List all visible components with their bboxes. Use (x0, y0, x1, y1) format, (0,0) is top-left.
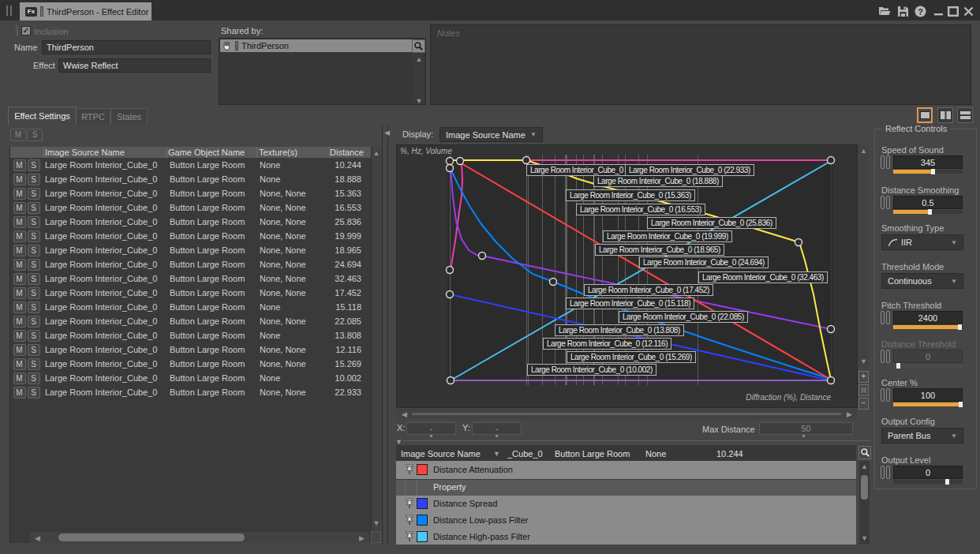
tab-states[interactable]: States (110, 108, 148, 125)
solo-button[interactable]: S (28, 216, 40, 228)
inclusion-checkbox[interactable]: ✓ (21, 26, 31, 36)
curve-point-label[interactable]: Large Room Interior_Cube_0 (15.269) (567, 351, 696, 363)
distance-threshold-slider[interactable] (893, 364, 963, 368)
document-tab[interactable]: Fx ThirdPerson - Effect Editor (20, 2, 151, 21)
name-field[interactable]: ThirdPerson (42, 40, 211, 54)
scroll-down-icon[interactable]: ▼ (858, 358, 869, 365)
solo-button[interactable]: S (28, 287, 40, 299)
solo-button[interactable]: S (28, 372, 40, 384)
mute-button[interactable]: M (13, 230, 26, 242)
table-row[interactable]: MSLarge Room Interior_Cube_0Button Large… (10, 300, 371, 314)
layout-single-button[interactable] (917, 107, 933, 123)
table-row[interactable]: MSLarge Room Interior_Cube_0Button Large… (10, 158, 371, 172)
property-row[interactable]: Distance High-pass Filter (396, 529, 856, 545)
table-row[interactable]: MSLarge Room Interior_Cube_0Button Large… (10, 200, 371, 215)
curve-point-label[interactable]: Large Room Interior_Cube_0 (526, 164, 627, 176)
table-row[interactable]: MSLarge Room Interior_Cube_0Button Large… (10, 271, 371, 286)
table-row[interactable]: MSLarge Room Interior_Cube_0Button Large… (10, 172, 371, 186)
mute-button[interactable]: M (13, 387, 26, 399)
open-folder-icon[interactable] (877, 5, 892, 17)
table-row[interactable]: MSLarge Room Interior_Cube_0Button Large… (10, 286, 371, 300)
center-pct-rtpc-icon[interactable] (881, 388, 892, 402)
mute-button[interactable]: M (13, 245, 26, 256)
property-row[interactable]: Distance Attenuation (396, 461, 856, 479)
curve-point-label[interactable]: Large Room Interior_Cube_0 (22.933) (625, 164, 754, 176)
mute-button[interactable]: M (13, 316, 26, 328)
mute-button[interactable]: M (13, 287, 26, 299)
table-row[interactable]: MSLarge Room Interior_Cube_0Button Large… (10, 243, 371, 257)
sources-table-vscrollbar[interactable]: ▲ ▼ (371, 147, 381, 530)
pin-cell[interactable] (403, 463, 416, 476)
pitch-threshold-slider[interactable] (893, 325, 963, 329)
curve-point-label[interactable]: Large Room Interior_Cube_0 (32.463) (698, 271, 828, 283)
scroll-up-icon[interactable]: ▲ (859, 463, 870, 470)
curve-point-label[interactable]: Large Room Interior_Cube_0 (17.452) (584, 284, 713, 296)
scroll-left-icon[interactable]: ◀ (402, 411, 407, 418)
mute-button[interactable]: M (13, 358, 26, 370)
graph-vscrollbar[interactable]: ▲ ▼ (858, 145, 869, 368)
scroll-down-icon[interactable]: ▼ (372, 520, 381, 527)
output-level-slider[interactable] (893, 480, 963, 484)
notes-field[interactable]: Notes (430, 24, 971, 105)
y-coord-field[interactable]: - (472, 422, 522, 435)
output-config-dropdown[interactable]: Parent Bus▼ (881, 428, 963, 444)
output-level-field[interactable]: 0 (893, 466, 963, 479)
mute-button[interactable]: M (13, 273, 26, 285)
minimize-icon[interactable] (931, 5, 945, 17)
curve-point-label[interactable]: Large Room Interior_Cube_0 (10.002) (527, 364, 656, 376)
curve-point-label[interactable]: Large Room Interior_Cube_0 (13.808) (555, 324, 684, 336)
scroll-up-icon[interactable]: ▲ (413, 56, 425, 63)
graph-hscrollbar[interactable]: ◀ ▶ (396, 409, 858, 419)
curve-point-label[interactable]: Large Room Interior_Cube_0 (18.888) (593, 175, 723, 187)
shared-by-item[interactable]: ThirdPerson (220, 39, 412, 52)
shared-search-button[interactable] (412, 39, 425, 53)
max-distance-field[interactable]: 50 (759, 422, 853, 435)
tab-effect-settings[interactable]: Effect Settings (8, 107, 77, 125)
layout-rows-button[interactable] (957, 107, 973, 123)
mute-button[interactable]: M (13, 216, 26, 228)
solo-button[interactable]: S (28, 230, 40, 242)
table-row[interactable]: MSLarge Room Interior_Cube_0Button Large… (10, 257, 371, 271)
solo-button[interactable]: S (28, 387, 40, 399)
mute-button[interactable]: M (13, 372, 26, 384)
scroll-thumb[interactable] (861, 475, 868, 500)
scroll-down-icon[interactable]: ▼ (413, 98, 425, 105)
property-header-row[interactable]: Property (396, 480, 856, 496)
solo-button[interactable]: S (28, 330, 40, 342)
speed-of-sound-rtpc-icon[interactable] (881, 155, 892, 169)
property-row[interactable]: Distance Spread (396, 496, 856, 512)
pin-cell[interactable] (403, 514, 416, 526)
mute-button[interactable]: M (13, 344, 26, 356)
curve-point-label[interactable]: Large Room Interior_Cube_0 (25.836) (647, 217, 776, 229)
solo-button[interactable]: S (28, 316, 40, 328)
table-row[interactable]: MSLarge Room Interior_Cube_0Button Large… (10, 215, 371, 229)
threshold-mode-dropdown[interactable]: Continuous▼ (881, 273, 963, 289)
pin-cell[interactable] (403, 497, 416, 510)
curve-point-label[interactable]: Large Room Interior_Cube_0 (15.363) (566, 189, 695, 201)
mute-button[interactable]: M (13, 159, 26, 171)
scroll-right-icon[interactable]: ▶ (359, 535, 365, 542)
table-row[interactable]: MSLarge Room Interior_Cube_0Button Large… (10, 314, 371, 328)
dock-grip[interactable] (6, 6, 12, 16)
mute-button[interactable]: M (13, 301, 26, 313)
properties-search-button[interactable] (858, 446, 871, 459)
effect-field[interactable]: Wwise Reflect (58, 58, 211, 73)
properties-table-header[interactable]: Image Source Name ▼ _Cube_0 Button Large… (396, 445, 856, 461)
scroll-down-icon[interactable]: ▼ (859, 535, 870, 542)
zoom-reset-button[interactable]: |:| (858, 384, 869, 396)
save-icon[interactable] (896, 5, 910, 17)
solo-button[interactable]: S (28, 301, 40, 313)
pitch-threshold-field[interactable]: 2400 (893, 311, 963, 324)
curve-point-label[interactable]: Large Room Interior_Cube_0 (24.694) (639, 256, 769, 268)
table-row[interactable]: MSLarge Room Interior_Cube_0Button Large… (10, 328, 371, 343)
distance-smoothing-field[interactable]: 0.5 (893, 196, 963, 209)
hscroll-thumb[interactable] (58, 533, 245, 541)
maximize-icon[interactable] (946, 5, 960, 17)
table-row[interactable]: MSLarge Room Interior_Cube_0Button Large… (10, 229, 371, 243)
ghscroll-thumb[interactable] (412, 413, 841, 415)
mute-button[interactable]: M (13, 330, 26, 342)
solo-all-button[interactable]: S (27, 129, 43, 141)
speed-of-sound-field[interactable]: 345 (893, 155, 963, 169)
splitter-line[interactable] (403, 440, 871, 441)
property-row[interactable]: Distance Low-pass Filter (396, 512, 856, 529)
